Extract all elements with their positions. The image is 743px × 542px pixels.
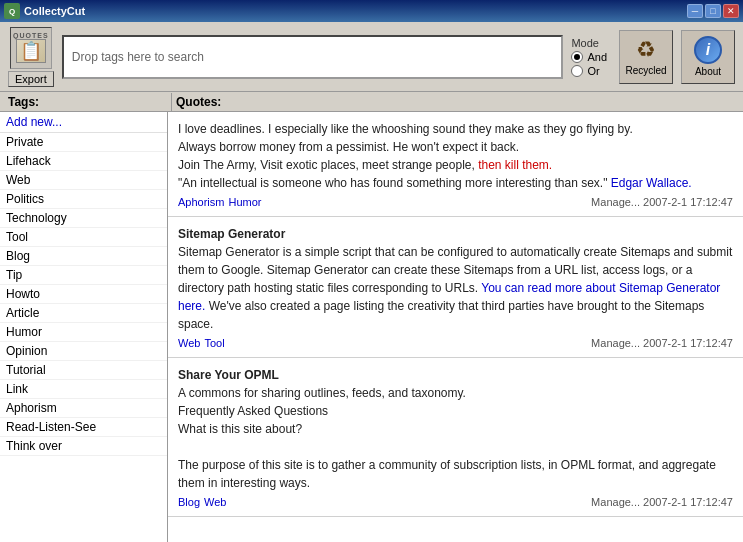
tag-item[interactable]: Web	[0, 171, 167, 190]
and-radio-row[interactable]: And	[571, 51, 607, 63]
quotes-panel: I love deadlines. I especially like the …	[168, 112, 743, 542]
tag-item[interactable]: Article	[0, 304, 167, 323]
tags-header-label: Tags:	[4, 93, 172, 111]
panel-headers: Tags: Quotes:	[0, 92, 743, 112]
app-icon: Q	[4, 3, 20, 19]
tag-item[interactable]: Technology	[0, 209, 167, 228]
quotes-icon-label: QUOTES	[13, 32, 49, 39]
and-radio[interactable]	[571, 51, 583, 63]
quote-item: Share Your OPML A commons for sharing ou…	[168, 358, 743, 517]
add-new-link[interactable]: Add new...	[0, 112, 167, 133]
tag-item[interactable]: Humor	[0, 323, 167, 342]
tag-item[interactable]: Tutorial	[0, 361, 167, 380]
quote-tags: Web Tool	[178, 337, 225, 349]
toolbar: QUOTES 📋 Export Drop tags here to search…	[0, 22, 743, 92]
recycled-label: Recycled	[625, 65, 666, 76]
or-label: Or	[587, 65, 599, 77]
quotes-header-label: Quotes:	[172, 93, 739, 111]
tag-tool[interactable]: Tool	[204, 337, 224, 349]
tag-item[interactable]: Tool	[0, 228, 167, 247]
about-icon: i	[694, 36, 722, 64]
or-radio[interactable]	[571, 65, 583, 77]
recycled-button[interactable]: ♻ Recycled	[619, 30, 673, 84]
tag-humor[interactable]: Humor	[228, 196, 261, 208]
mode-label: Mode	[571, 37, 607, 49]
tag-item[interactable]: Private	[0, 133, 167, 152]
quote-meta: Manage... 2007-2-1 17:12:47	[591, 196, 733, 208]
tag-item[interactable]: Read-Listen-See	[0, 418, 167, 437]
app-title: CollectyCut	[24, 5, 687, 17]
mode-section: Mode And Or	[571, 37, 607, 77]
tag-list: PrivateLifehackWebPoliticsTechnologyTool…	[0, 133, 167, 456]
maximize-button[interactable]: □	[705, 4, 721, 18]
minimize-button[interactable]: ─	[687, 4, 703, 18]
tag-item[interactable]: Think over	[0, 437, 167, 456]
tag-item[interactable]: Blog	[0, 247, 167, 266]
drop-placeholder: Drop tags here to search	[72, 50, 204, 64]
recycled-icon: ♻	[636, 37, 656, 63]
tag-item[interactable]: Tip	[0, 266, 167, 285]
main-area: Add new... PrivateLifehackWebPoliticsTec…	[0, 112, 743, 542]
or-radio-row[interactable]: Or	[571, 65, 607, 77]
title-bar: Q CollectyCut ─ □ ✕	[0, 0, 743, 22]
tag-drop-area[interactable]: Drop tags here to search	[62, 35, 564, 79]
quote-text: I love deadlines. I especially like the …	[178, 120, 733, 192]
export-button[interactable]: Export	[8, 71, 54, 87]
quote-meta: Manage... 2007-2-1 17:12:47	[591, 496, 733, 508]
window-controls: ─ □ ✕	[687, 4, 739, 18]
quote-text: Share Your OPML A commons for sharing ou…	[178, 366, 733, 492]
tag-item[interactable]: Aphorism	[0, 399, 167, 418]
quote-meta: Manage... 2007-2-1 17:12:47	[591, 337, 733, 349]
quote-tags: Blog Web	[178, 496, 226, 508]
tag-item[interactable]: Link	[0, 380, 167, 399]
quote-item: Sitemap Generator Sitemap Generator is a…	[168, 217, 743, 358]
tag-item[interactable]: Lifehack	[0, 152, 167, 171]
quote-text: Sitemap Generator Sitemap Generator is a…	[178, 225, 733, 333]
quote-footer: Blog Web Manage... 2007-2-1 17:12:47	[178, 496, 733, 508]
quote-item: I love deadlines. I especially like the …	[168, 112, 743, 217]
tag-web[interactable]: Web	[178, 337, 200, 349]
about-button[interactable]: i About	[681, 30, 735, 84]
tag-item[interactable]: Opinion	[0, 342, 167, 361]
tag-aphorism[interactable]: Aphorism	[178, 196, 224, 208]
quotes-icon: 📋	[16, 39, 46, 63]
tag-item[interactable]: Politics	[0, 190, 167, 209]
toolbar-quotes-section: QUOTES 📋 Export	[8, 27, 54, 87]
and-label: And	[587, 51, 607, 63]
tag-web[interactable]: Web	[204, 496, 226, 508]
tag-item[interactable]: Howto	[0, 285, 167, 304]
quote-footer: Aphorism Humor Manage... 2007-2-1 17:12:…	[178, 196, 733, 208]
quotes-icon-box: QUOTES 📋	[10, 27, 52, 69]
close-button[interactable]: ✕	[723, 4, 739, 18]
tag-blog[interactable]: Blog	[178, 496, 200, 508]
tags-panel: Add new... PrivateLifehackWebPoliticsTec…	[0, 112, 168, 542]
about-label: About	[695, 66, 721, 77]
quote-footer: Web Tool Manage... 2007-2-1 17:12:47	[178, 337, 733, 349]
quote-tags: Aphorism Humor	[178, 196, 261, 208]
